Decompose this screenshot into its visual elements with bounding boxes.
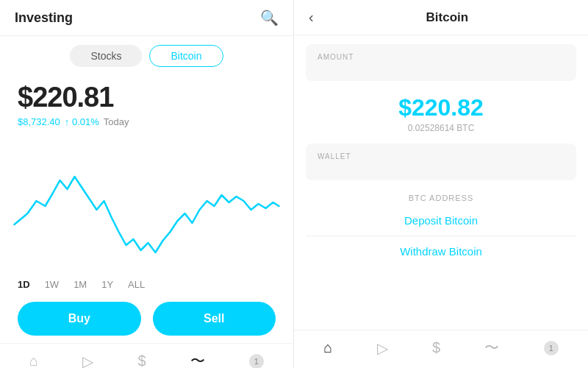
left-title: Investing xyxy=(15,10,73,26)
price-change: ↑ 0.01% xyxy=(65,116,99,127)
btc-address-section: BTC ADDRESS xyxy=(294,186,588,207)
amount-label: AMOUNT xyxy=(318,53,564,61)
right-nav-activity-icon[interactable]: 〜 xyxy=(484,338,499,358)
time-1m[interactable]: 1M xyxy=(74,279,87,290)
price-section: $220.81 $8,732.40 ↑ 0.01% Today xyxy=(0,76,293,133)
right-header: ‹ Bitcoin xyxy=(294,0,588,35)
time-1w[interactable]: 1W xyxy=(45,279,60,290)
right-panel: ‹ Bitcoin AMOUNT $220.82 0.02528614 BTC … xyxy=(294,0,588,368)
wallet-box: WALLET xyxy=(306,144,576,180)
sell-button[interactable]: Sell xyxy=(153,302,276,336)
left-bottom-nav: ⌂ ▷ $ 〜 1 xyxy=(0,343,293,368)
current-value-section: $220.82 0.02528614 BTC xyxy=(294,87,588,138)
time-range-row: 1D 1W 1M 1Y ALL xyxy=(0,275,293,294)
price-period: Today xyxy=(104,116,129,127)
right-bottom-nav: ⌂ ▷ $ 〜 1 xyxy=(294,330,588,368)
tab-stocks[interactable]: Stocks xyxy=(70,45,142,67)
right-title: Bitcoin xyxy=(321,10,573,25)
deposit-button[interactable]: Deposit Bitcoin xyxy=(294,207,588,234)
left-nav-activity-icon[interactable]: 〜 xyxy=(190,351,205,368)
back-button[interactable]: ‹ xyxy=(309,9,314,26)
right-nav-badge[interactable]: 1 xyxy=(544,341,559,355)
price-meta: $8,732.40 ↑ 0.01% Today xyxy=(18,116,276,127)
main-price: $220.81 xyxy=(18,82,276,113)
amount-box: AMOUNT xyxy=(306,44,576,81)
left-nav-badge[interactable]: 1 xyxy=(249,354,264,369)
btc-amount: 0.02528614 BTC xyxy=(309,123,573,133)
tab-bitcoin[interactable]: Bitcoin xyxy=(149,45,223,67)
time-1d[interactable]: 1D xyxy=(18,279,30,290)
left-header: Investing 🔍 xyxy=(0,0,293,36)
wallet-label: WALLET xyxy=(318,152,564,160)
price-chart xyxy=(7,136,286,269)
buy-button[interactable]: Buy xyxy=(18,302,141,336)
left-nav-media-icon[interactable]: ▷ xyxy=(82,353,93,369)
time-all[interactable]: ALL xyxy=(128,279,145,290)
sub-price: $8,732.40 xyxy=(18,116,60,127)
action-row: Buy Sell xyxy=(0,294,293,343)
left-nav-dollar-icon[interactable]: $ xyxy=(137,353,146,368)
divider xyxy=(306,236,576,236)
left-nav-home-icon[interactable]: ⌂ xyxy=(29,353,38,368)
current-price: $220.82 xyxy=(309,94,573,121)
left-panel: Investing 🔍 Stocks Bitcoin $220.81 $8,73… xyxy=(0,0,294,368)
withdraw-button[interactable]: Withdraw Bitcoin xyxy=(294,238,588,265)
right-nav-media-icon[interactable]: ▷ xyxy=(377,339,388,357)
chart-area xyxy=(0,133,293,275)
btc-address-label: BTC ADDRESS xyxy=(309,194,573,202)
tabs-row: Stocks Bitcoin xyxy=(0,36,293,76)
right-nav-dollar-icon[interactable]: $ xyxy=(432,339,440,356)
search-button[interactable]: 🔍 xyxy=(260,9,279,26)
right-nav-home-icon[interactable]: ⌂ xyxy=(323,339,332,356)
time-1y[interactable]: 1Y xyxy=(101,279,113,290)
